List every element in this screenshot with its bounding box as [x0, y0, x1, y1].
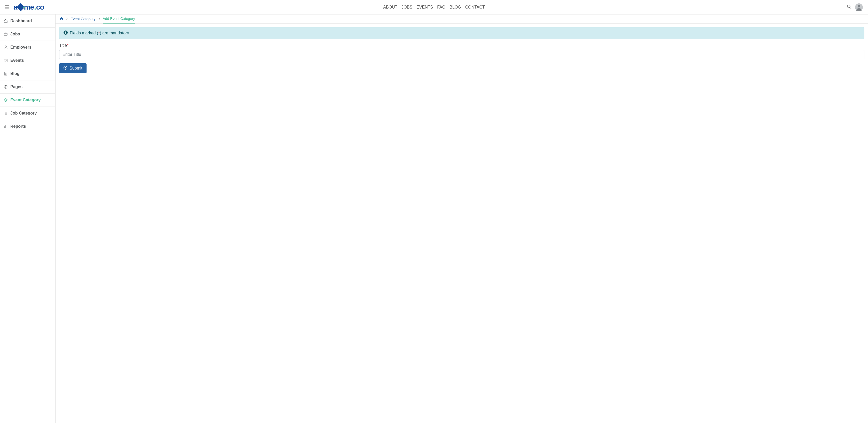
sidebar-label: Reports: [10, 124, 26, 129]
sidebar-item-reports[interactable]: Reports: [0, 120, 55, 133]
sidebar-label: Pages: [10, 85, 23, 89]
arrow-circle-icon: [63, 66, 67, 71]
avatar-icon: [855, 3, 863, 11]
submit-label: Submit: [69, 66, 83, 70]
hamburger-icon: [5, 5, 9, 9]
sidebar-item-employers[interactable]: Employers: [0, 41, 55, 54]
sidebar-label: Events: [10, 58, 24, 63]
sidebar-item-jobs[interactable]: Jobs: [0, 28, 55, 41]
breadcrumb-home[interactable]: [60, 17, 63, 21]
layers-icon: [4, 98, 8, 102]
search-button[interactable]: [847, 4, 851, 10]
list-icon: [4, 111, 8, 115]
briefcase-icon: [4, 32, 8, 36]
svg-point-10: [65, 31, 66, 32]
sidebar-item-event-category[interactable]: Event Category: [0, 93, 55, 107]
top-nav: ABOUT JOBS EVENTS FAQ BLOG CONTACT: [383, 4, 485, 10]
book-icon: [4, 72, 8, 76]
alert-suffix: ) are mandatory: [100, 31, 129, 35]
logo-dot: .: [34, 3, 36, 11]
sidebar-label: Blog: [10, 72, 20, 76]
breadcrumb: Event Category Add Event Category: [56, 15, 868, 24]
alert-text: Fields marked (*) are mandatory: [70, 31, 129, 35]
breadcrumb-current: Add Event Category: [103, 17, 135, 24]
header: a me . co ABOUT JOBS EVENTS FAQ BLOG CON…: [0, 0, 868, 15]
mandatory-alert: Fields marked (*) are mandatory: [59, 27, 864, 39]
user-avatar[interactable]: [855, 3, 863, 11]
sidebar-item-events[interactable]: Events: [0, 54, 55, 67]
nav-jobs[interactable]: JOBS: [401, 4, 412, 10]
sidebar-item-pages[interactable]: Pages: [0, 80, 55, 93]
nav-about[interactable]: ABOUT: [383, 4, 397, 10]
logo[interactable]: a me . co: [13, 3, 44, 11]
nav-faq[interactable]: FAQ: [437, 4, 445, 10]
sidebar-label: Event Category: [10, 98, 40, 103]
required-star: *: [67, 43, 68, 48]
home-icon: [4, 19, 8, 23]
svg-line-1: [850, 7, 851, 9]
sidebar-item-blog[interactable]: Blog: [0, 67, 55, 80]
svg-point-0: [847, 5, 850, 8]
calendar-icon: [4, 58, 8, 62]
svg-point-4: [5, 46, 6, 47]
nav-contact[interactable]: CONTACT: [465, 4, 485, 10]
page-body: Fields marked (*) are mandatory Title* S…: [56, 24, 868, 77]
breadcrumb-parent[interactable]: Event Category: [70, 17, 96, 21]
sidebar-label: Job Category: [10, 111, 37, 116]
alert-prefix: Fields marked (: [70, 31, 98, 35]
menu-toggle-button[interactable]: [3, 3, 11, 11]
info-icon: [64, 30, 68, 36]
search-icon: [847, 4, 851, 9]
header-right: [847, 3, 863, 11]
title-label: Title*: [59, 43, 864, 48]
home-icon: [60, 17, 63, 21]
logo-diamond-icon: [17, 3, 25, 11]
title-label-text: Title: [59, 43, 67, 48]
nav-events[interactable]: EVENTS: [416, 4, 433, 10]
svg-rect-9: [65, 32, 66, 34]
person-icon: [4, 45, 8, 49]
sidebar-label: Employers: [10, 45, 32, 50]
svg-point-2: [858, 5, 860, 7]
logo-text-2: me: [24, 3, 34, 11]
logo-text-3: co: [36, 3, 44, 11]
main-content: Event Category Add Event Category Fields…: [56, 15, 868, 423]
chevron-right-icon: [66, 17, 68, 21]
svg-rect-5: [4, 59, 7, 62]
sidebar-item-job-category[interactable]: Job Category: [0, 107, 55, 120]
title-input[interactable]: [59, 50, 864, 59]
nav-blog[interactable]: BLOG: [450, 4, 461, 10]
sidebar-label: Jobs: [10, 32, 20, 36]
chart-icon: [4, 124, 8, 129]
submit-button[interactable]: Submit: [59, 63, 87, 73]
sidebar: Dashboard Jobs Employers Events Blog Pag…: [0, 15, 56, 423]
sidebar-item-dashboard[interactable]: Dashboard: [0, 15, 55, 28]
svg-rect-3: [4, 33, 7, 35]
sidebar-label: Dashboard: [10, 19, 32, 23]
globe-icon: [4, 85, 8, 89]
chevron-right-icon: [98, 17, 100, 21]
